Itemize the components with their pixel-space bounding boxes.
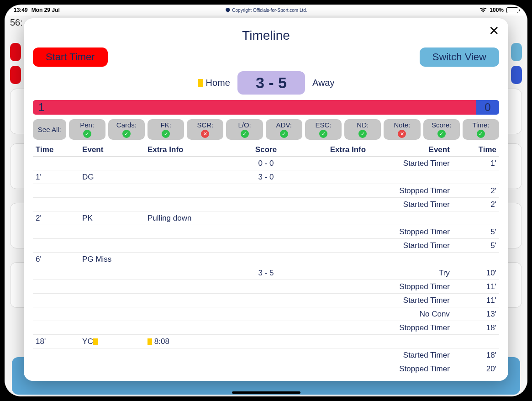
timeline-modal: ✕ Timeline Start Timer Switch View Home … [24, 18, 508, 381]
filter-label: FK: [160, 121, 171, 129]
table-row[interactable]: Stopped Timer5' [33, 225, 499, 239]
check-icon: ✓ [83, 130, 91, 138]
check-icon: ✓ [122, 130, 131, 138]
score-box: 3 - 5 [237, 71, 305, 95]
timeline-table: Time Event Extra Info Score Extra Info E… [33, 143, 499, 374]
filter-chip[interactable]: Time:✓ [463, 119, 499, 140]
filter-chip[interactable]: ADV:✓ [266, 119, 302, 140]
yellow-card-icon [147, 338, 152, 345]
check-icon: ✓ [477, 130, 485, 138]
close-icon[interactable]: ✕ [489, 25, 499, 37]
filter-label: L/O: [238, 121, 251, 129]
table-row[interactable]: Started Timer5' [33, 239, 499, 253]
switch-view-button[interactable]: Switch View [420, 47, 499, 67]
table-row[interactable]: 18'YC 8:08 [33, 335, 499, 348]
wifi-icon [479, 7, 487, 13]
filter-chip[interactable]: Note:✕ [384, 119, 420, 140]
table-row[interactable]: No Conv13' [33, 307, 499, 321]
filter-chip[interactable]: ND:✓ [344, 119, 381, 140]
check-icon: ✓ [319, 130, 327, 138]
check-icon: ✓ [162, 130, 170, 138]
table-row[interactable]: 2'PKPulling down [33, 211, 499, 225]
table-row[interactable]: 0 - 0Started Timer1' [33, 157, 499, 170]
table-row[interactable]: Started Timer18' [33, 348, 499, 362]
col-score: Score [229, 143, 303, 157]
filter-label: ADV: [276, 121, 292, 129]
check-icon: ✓ [437, 130, 446, 138]
filter-label: SCR: [197, 121, 213, 129]
yellow-card-icon [93, 338, 98, 345]
table-row[interactable]: Stopped Timer2' [33, 184, 499, 198]
period-away: 0 [476, 100, 499, 115]
table-row[interactable]: Stopped Timer11' [33, 280, 499, 294]
col-event-away: Event [369, 143, 453, 157]
col-time-away: Time [453, 143, 499, 157]
table-row[interactable]: Started Timer11' [33, 294, 499, 307]
home-label: Home [198, 78, 230, 88]
x-icon: ✕ [398, 130, 406, 138]
status-copyright: Copyright Officials-for-Sport.com Ltd. [225, 7, 307, 13]
table-row[interactable]: Stopped Timer18' [33, 321, 499, 335]
modal-title: Timeline [33, 28, 499, 43]
table-row[interactable]: 6'PG Miss [33, 253, 499, 266]
filter-see-all[interactable]: See All: [33, 119, 66, 140]
col-event-home: Event [79, 143, 145, 157]
check-icon: ✓ [241, 130, 249, 138]
col-time-home: Time [33, 143, 79, 157]
filter-label: Score: [432, 121, 451, 129]
start-timer-button[interactable]: Start Timer [33, 47, 108, 67]
filter-chip[interactable]: Pen:✓ [69, 119, 105, 140]
table-row[interactable]: 1'DG3 - 0 [33, 170, 499, 184]
status-bar: 13:49 Mon 29 Jul Copyright Officials-for… [5, 5, 527, 16]
filter-label: Pen: [80, 121, 94, 129]
status-date: Mon 29 Jul [32, 7, 60, 13]
col-extra-away: Extra Info [303, 143, 369, 157]
filter-chip[interactable]: L/O:✓ [226, 119, 263, 140]
filter-label: Time: [472, 121, 489, 129]
filter-chip[interactable]: Cards:✓ [108, 119, 145, 140]
table-row[interactable]: Started Timer2' [33, 198, 499, 211]
x-icon: ✕ [201, 130, 209, 138]
filter-label: ND: [357, 121, 369, 129]
col-extra-home: Extra Info [145, 143, 229, 157]
battery-icon [506, 7, 518, 13]
period-home: 1 [33, 100, 476, 115]
table-row[interactable]: 3 - 5Try10' [33, 266, 499, 280]
check-icon: ✓ [358, 130, 367, 138]
period-bar: 1 0 [33, 100, 499, 115]
filter-chip[interactable]: ESC:✓ [305, 119, 342, 140]
battery-percentage: 100% [490, 7, 504, 13]
check-icon: ✓ [280, 130, 288, 138]
bg-timer: 56: [10, 17, 23, 28]
home-color-badge [198, 79, 203, 87]
filter-label: ESC: [316, 121, 332, 129]
table-row[interactable]: Stopped Timer20' [33, 362, 499, 374]
filter-label: Note: [394, 121, 411, 129]
filter-label: Cards: [116, 121, 137, 129]
away-label: Away [312, 78, 335, 88]
filter-chip[interactable]: FK:✓ [147, 119, 184, 140]
filter-chip[interactable]: SCR:✕ [187, 119, 223, 140]
home-indicator[interactable] [232, 391, 300, 394]
status-time: 13:49 [14, 7, 28, 13]
filter-chip[interactable]: Score:✓ [423, 119, 460, 140]
